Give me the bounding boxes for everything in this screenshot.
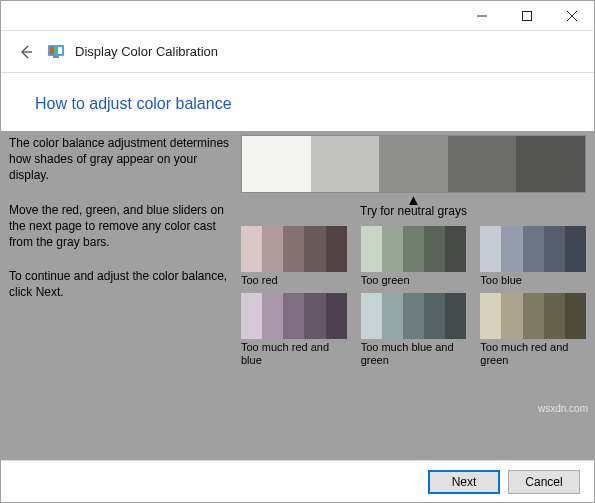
- cast-swatch: [326, 293, 347, 339]
- cast-swatch: [241, 293, 262, 339]
- cast-swatch: [424, 293, 445, 339]
- cast-label: Too much red and green: [480, 341, 586, 367]
- svg-rect-7: [50, 47, 54, 54]
- cast-swatch-row: [241, 293, 347, 339]
- cast-swatch: [262, 226, 283, 272]
- cancel-button[interactable]: Cancel: [508, 470, 580, 494]
- neutral-gray-bar: [241, 135, 586, 193]
- cast-label: Too much blue and green: [361, 341, 467, 367]
- cast-swatch-row: [480, 226, 586, 272]
- cast-swatch: [480, 226, 501, 272]
- window-titlebar: [1, 1, 594, 31]
- svg-rect-1: [522, 11, 531, 20]
- neutral-swatch: [311, 136, 380, 192]
- cast-swatch: [501, 226, 522, 272]
- cast-label: Too red: [241, 274, 347, 287]
- svg-rect-8: [54, 47, 58, 54]
- cast-swatch: [565, 293, 586, 339]
- wizard-header: Display Color Calibration: [1, 31, 594, 73]
- cast-swatch: [382, 293, 403, 339]
- cast-label: Too blue: [480, 274, 586, 287]
- neutral-hint-label: Try for neutral grays: [360, 204, 467, 218]
- cast-swatch: [501, 293, 522, 339]
- maximize-button[interactable]: [504, 1, 549, 30]
- cast-swatch-row: [241, 226, 347, 272]
- neutral-swatch: [379, 136, 448, 192]
- cast-swatch: [283, 293, 304, 339]
- heading-zone: How to adjust color balance: [1, 73, 594, 131]
- cast-swatch: [424, 226, 445, 272]
- cast-item: Too red: [241, 226, 347, 287]
- cast-item: Too much blue and green: [361, 293, 467, 367]
- cast-label: Too green: [361, 274, 467, 287]
- wizard-footer: Next Cancel: [1, 460, 594, 502]
- cast-swatch: [262, 293, 283, 339]
- neutral-swatch: [242, 136, 311, 192]
- back-button[interactable]: [15, 41, 37, 63]
- cast-swatch: [403, 226, 424, 272]
- body-zone: The color balance adjustment determines …: [1, 131, 594, 456]
- cast-swatch: [382, 226, 403, 272]
- cast-swatch-row: [361, 293, 467, 339]
- cast-swatch: [480, 293, 501, 339]
- cast-item: Too green: [361, 226, 467, 287]
- close-button[interactable]: [549, 1, 594, 30]
- cast-swatch: [445, 226, 466, 272]
- neutral-swatch: [516, 136, 585, 192]
- cast-label: Too much red and blue: [241, 341, 347, 367]
- cast-item: Too much red and green: [480, 293, 586, 367]
- cast-swatch: [241, 226, 262, 272]
- cast-swatch: [361, 293, 382, 339]
- cast-swatch: [523, 293, 544, 339]
- next-button[interactable]: Next: [428, 470, 500, 494]
- app-title: Display Color Calibration: [75, 44, 218, 59]
- cast-swatch: [283, 226, 304, 272]
- neutral-hint: ▲ Try for neutral grays: [241, 195, 586, 218]
- wizard-content: How to adjust color balance The color ba…: [1, 73, 594, 460]
- cast-swatch: [326, 226, 347, 272]
- cast-swatch: [445, 293, 466, 339]
- instruction-para-3: To continue and adjust the color balance…: [9, 268, 231, 300]
- neutral-swatch: [448, 136, 517, 192]
- instruction-para-1: The color balance adjustment determines …: [9, 135, 231, 184]
- cast-swatch: [544, 293, 565, 339]
- cast-item: Too blue: [480, 226, 586, 287]
- page-heading: How to adjust color balance: [35, 95, 594, 113]
- minimize-button[interactable]: [459, 1, 504, 30]
- cast-swatch: [523, 226, 544, 272]
- color-cast-grid: Too redToo greenToo blueToo much red and…: [241, 226, 586, 368]
- cast-item: Too much red and blue: [241, 293, 347, 367]
- instruction-column: The color balance adjustment determines …: [1, 131, 241, 456]
- svg-rect-9: [53, 56, 59, 58]
- up-arrow-icon: ▲: [241, 195, 586, 204]
- cast-swatch-row: [361, 226, 467, 272]
- cast-swatch-row: [480, 293, 586, 339]
- cast-swatch: [361, 226, 382, 272]
- graphics-column: ▲ Try for neutral grays Too redToo green…: [241, 131, 594, 456]
- cast-swatch: [304, 226, 325, 272]
- cast-swatch: [565, 226, 586, 272]
- app-icon: [47, 43, 65, 61]
- instruction-para-2: Move the red, green, and blue sliders on…: [9, 202, 231, 251]
- cast-swatch: [544, 226, 565, 272]
- cast-swatch: [403, 293, 424, 339]
- cast-swatch: [304, 293, 325, 339]
